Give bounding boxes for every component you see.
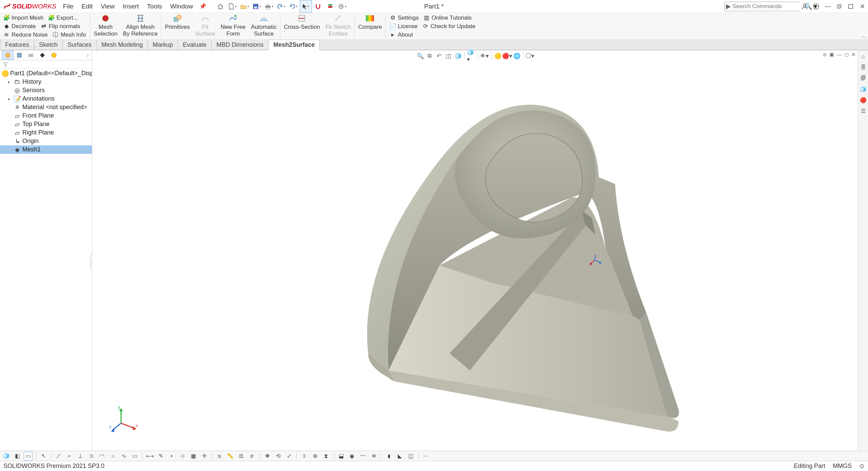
cross-section-button[interactable]: Cross-Section <box>281 13 323 39</box>
tree-top-plane[interactable]: ▱Top Plane <box>0 120 92 128</box>
undo-button[interactable]: ▾ <box>275 0 288 13</box>
close-button[interactable]: ✕ <box>856 0 868 13</box>
lt-line-icon[interactable]: ／ <box>54 452 63 460</box>
tab-evaluate[interactable]: Evaluate <box>178 40 212 50</box>
print-button[interactable]: ▾ <box>263 0 275 13</box>
tree-annotations[interactable]: ▸📝Annotations <box>0 95 92 103</box>
pin-icon[interactable]: 📌 <box>199 3 206 9</box>
new-free-form-button[interactable]: New Free Form <box>218 13 249 39</box>
tree-origin[interactable]: ↳Origin <box>0 137 92 145</box>
dyn-annot-button[interactable]: 🧊 <box>454 52 462 60</box>
automatic-surface-button[interactable]: Automatic Surface <box>248 13 279 39</box>
tab-mbd-dimensions[interactable]: MBD Dimensions <box>211 40 269 50</box>
lt-3dviews-icon[interactable]: ◧ <box>13 452 22 460</box>
options-button[interactable]: ▾ <box>336 0 349 13</box>
import-mesh-button[interactable]: 🧩Import Mesh <box>2 15 45 21</box>
tp-home-icon[interactable]: ⌂ <box>859 52 868 61</box>
lt-spline-icon[interactable]: ∿ <box>119 452 128 460</box>
fm-filter-row[interactable] <box>0 60 92 68</box>
fm-expand[interactable]: › <box>84 52 92 58</box>
lt-move-icon[interactable]: ✥ <box>263 452 272 460</box>
status-units[interactable]: MMGS <box>833 463 852 470</box>
lt-circular-icon[interactable]: ⊛ <box>311 452 319 460</box>
lt-rotate-icon[interactable]: ⟲ <box>274 452 282 460</box>
graphics-viewport[interactable]: 🔍 ⧉ ↶ ◫ 🧊 🧊▾ 👁▾ 🟡 🔴▾ 🌐 🖵▾ ⧈ ▣ — ◻ ✕ <box>92 50 858 459</box>
lt-scale-icon[interactable]: ⤢ <box>284 452 293 460</box>
section-view-button[interactable]: ◫ <box>444 52 453 60</box>
minimize-button[interactable]: — <box>822 0 833 13</box>
tp-custom-props-icon[interactable]: 🔴 <box>859 96 868 104</box>
settings-button[interactable]: ⚙Settings <box>388 15 420 21</box>
license-button[interactable]: 📄License <box>388 23 419 30</box>
menu-insert[interactable]: Insert <box>119 3 143 10</box>
lt-model-icon[interactable]: 🧊 <box>2 452 11 460</box>
tree-front-plane[interactable]: ▱Front Plane <box>0 111 92 120</box>
fm-tab-property[interactable] <box>14 51 25 60</box>
open-button[interactable]: ▾ <box>239 0 251 13</box>
tab-mesh-modeling[interactable]: Mesh Modeling <box>96 40 148 50</box>
scene-button[interactable]: 🌐 <box>512 52 521 60</box>
fm-tab-display[interactable] <box>48 51 60 60</box>
view-settings-button[interactable]: 🖵▾ <box>526 52 534 60</box>
tab-surfaces[interactable]: Surfaces <box>62 40 97 50</box>
tree-root[interactable]: 🟡Part1 (Default<<Default>_Display S <box>0 69 92 78</box>
appearance-button[interactable]: 🔴▾ <box>503 52 512 60</box>
tree-material[interactable]: ≡Material <not specified> <box>0 103 92 111</box>
lt-mirror-icon[interactable]: ⧗ <box>321 452 330 460</box>
tab-features[interactable]: Features <box>0 40 34 50</box>
lt-chamfer-icon[interactable]: ◣ <box>395 452 404 460</box>
align-mesh-button[interactable]: Align Mesh By Reference <box>120 13 160 39</box>
lt-snap-icon[interactable]: ✛ <box>200 452 209 460</box>
mesh-selection-button[interactable]: Mesh Selection <box>91 13 120 39</box>
menu-file[interactable]: File <box>59 3 78 10</box>
fm-tab-tree[interactable] <box>2 51 14 60</box>
lt-rect-icon[interactable]: ▭ <box>130 452 139 460</box>
lt-corner-icon[interactable]: ⌐ <box>65 452 74 460</box>
lt-loft-icon[interactable]: ≋ <box>369 452 378 460</box>
tab-markup[interactable]: Markup <box>147 40 178 50</box>
tp-view-palette-icon[interactable]: 🗐 <box>859 74 868 83</box>
redo-button[interactable]: ▾ <box>288 0 300 13</box>
tutorials-button[interactable]: ▥Online Tutorials <box>422 15 473 21</box>
vp-min-icon[interactable]: — <box>837 52 842 58</box>
feature-tree[interactable]: 🟡Part1 (Default<<Default>_Display S ▸🗀Hi… <box>0 68 92 155</box>
home-button[interactable] <box>214 0 226 13</box>
lt-dim-icon[interactable]: ⟷ <box>145 452 154 460</box>
maximize-button[interactable] <box>845 0 856 13</box>
fm-tab-config[interactable] <box>25 51 37 60</box>
tab-sketch[interactable]: Sketch <box>34 40 63 50</box>
search-input[interactable] <box>732 3 804 10</box>
magnet-button[interactable] <box>312 0 324 13</box>
lt-section-icon[interactable]: ⧅ <box>215 452 224 460</box>
new-button[interactable]: ▾ <box>226 0 239 13</box>
lt-perp-icon[interactable]: ⊥ <box>76 452 85 460</box>
select-button[interactable]: ▾ <box>300 0 312 13</box>
fm-tab-dimxpert[interactable] <box>37 51 48 60</box>
vp-layout-icon[interactable]: ▣ <box>829 52 834 58</box>
zoom-area-button[interactable]: ⧉ <box>425 52 434 60</box>
save-button[interactable]: ▾ <box>251 0 263 13</box>
tp-forum-icon[interactable]: ☰ <box>859 106 868 115</box>
vp-close-icon[interactable]: ✕ <box>851 52 856 58</box>
help-button[interactable]: ? <box>810 0 822 13</box>
compare-button[interactable]: Compare <box>355 13 384 39</box>
vp-print3d-icon[interactable]: ⧈ <box>823 52 827 58</box>
lt-axis-icon[interactable]: ⊹ <box>178 452 187 460</box>
search-commands[interactable]: ▶ 🔍 ▾ <box>724 2 799 11</box>
flip-normals-button[interactable]: ⇄Flip normals <box>39 23 82 30</box>
vp-max-icon[interactable]: ◻ <box>845 52 849 58</box>
export-mesh-button[interactable]: 🧩Export... <box>47 15 79 21</box>
lt-linear-icon[interactable]: ⫴ <box>300 452 309 460</box>
mesh-info-button[interactable]: ⓘMesh Info <box>51 32 87 38</box>
lt-sweep-icon[interactable]: 〰 <box>358 452 367 460</box>
lt-grid-icon[interactable]: ▦ <box>189 452 198 460</box>
lt-fillet-icon[interactable]: ◖ <box>384 452 393 460</box>
lt-mass-icon[interactable]: ⚖ <box>237 452 245 460</box>
login-button[interactable] <box>799 0 810 13</box>
lt-cursor-icon[interactable]: ↖ <box>39 452 48 460</box>
lt-more-icon[interactable]: ⋯ <box>421 452 430 460</box>
about-button[interactable]: ▸About <box>388 32 414 38</box>
display-style-button[interactable]: 👁▾ <box>480 52 489 60</box>
prev-view-button[interactable]: ↶ <box>435 52 443 60</box>
lt-circle-icon[interactable]: ○ <box>108 452 117 460</box>
